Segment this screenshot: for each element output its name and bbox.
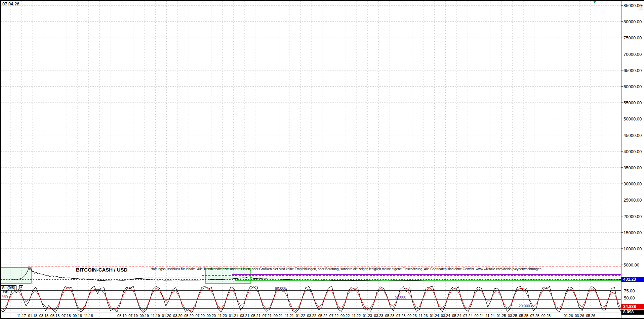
time-axis-label: 03 24 <box>440 314 451 318</box>
time-axis-label: 01 22 <box>295 314 306 318</box>
time-axis-label: 05 18 <box>49 314 61 318</box>
time-axis-label: 05 24 <box>451 314 462 318</box>
time-axis-label: 09 18 <box>72 314 83 318</box>
divider <box>0 0 644 1</box>
time-axis-label: 07 20 <box>194 314 206 318</box>
divider <box>0 0 1 319</box>
time-axis-label: 07 19 <box>127 314 139 318</box>
time-axis-label: 11 24 <box>484 314 496 318</box>
time-axis-label: 05 23 <box>384 314 396 318</box>
time-axis-label: 09 19 <box>138 314 150 318</box>
time-axis-label: 11 20 <box>217 314 228 318</box>
current-price-tag: 431.23 <box>621 277 644 282</box>
time-axis-label: 03 25 <box>507 314 518 318</box>
time-axis-label: 01 18 <box>27 314 38 318</box>
sto-axis-label-75: 75.00 <box>624 288 635 293</box>
sto-level-annotation: 50.000 <box>395 295 406 299</box>
time-axis-label: 01 25 <box>496 314 507 318</box>
time-axis-label: 05 26 <box>585 314 596 318</box>
price-axis-label: 45000.00 <box>623 133 642 138</box>
time-axis-label: 09 20 <box>205 314 217 318</box>
time-axis-label: 07 23 <box>395 314 407 318</box>
sto-k-value-tag: 8.098 <box>621 310 644 315</box>
time-axis-label: 01 23 <box>362 314 373 318</box>
time-axis-label: 07 25 <box>529 314 540 318</box>
time-axis-label: 01 26 <box>563 314 574 318</box>
time-axis-label: 05 20 <box>183 314 195 318</box>
price-axis-label: 15000.00 <box>623 230 642 235</box>
chart-window: 07.04.26 − BITCOIN-CASH / USD Haftungsau… <box>0 0 644 319</box>
price-axis-label: 65000.00 <box>623 68 642 73</box>
price-axis-label: 75000.00 <box>623 35 642 40</box>
price-axis-label: 10000.00 <box>623 246 642 251</box>
disclaimer-text: Haftungsausschluss für Inhalte: Alle Tre… <box>151 267 541 271</box>
sto-k-label: %K <box>3 289 8 293</box>
time-axis-label: 11 18 <box>83 314 94 318</box>
time-axis-label: 03 26 <box>574 314 585 318</box>
price-axis-label: 85000.00 <box>623 3 642 8</box>
time-axis-label: 11 21 <box>284 314 295 318</box>
time-axis-label: 07 22 <box>328 314 340 318</box>
price-axis-label: 35000.00 <box>623 165 642 170</box>
price-axis-label: 60000.00 <box>623 84 642 89</box>
time-axis-label: 11 17 <box>16 314 27 318</box>
time-axis-label: 01 20 <box>161 314 172 318</box>
time-axis-label: 05 19 <box>116 314 128 318</box>
time-axis-label: 11 23 <box>417 314 429 318</box>
time-axis-label: 07 21 <box>261 314 273 318</box>
price-axis-label: 70000.00 <box>623 52 642 57</box>
time-axis-label: 03 23 <box>373 314 384 318</box>
time-axis-label: - <box>596 314 607 318</box>
time-axis-label: 09 22 <box>339 314 351 318</box>
time-axis-label: 01 21 <box>228 314 239 318</box>
add-indicator-button[interactable]: + <box>19 285 23 289</box>
time-axis-label: 03 21 <box>239 314 250 318</box>
price-axis-label: 80000.00 <box>623 19 642 24</box>
chart-title: BITCOIN-CASH / USD <box>76 267 127 273</box>
time-axis-label: 03 22 <box>306 314 317 318</box>
price-axis-label: 5000.00 <box>623 262 639 268</box>
time-axis-label: 05 21 <box>250 314 261 318</box>
price-axis-label: 55000.00 <box>623 100 642 105</box>
time-axis-label: 03 20 <box>172 314 184 318</box>
price-axis-label: 40000.00 <box>623 149 642 154</box>
time-axis-label: 03 18 <box>38 314 49 318</box>
sto-level-annotation: 80.000 <box>275 286 286 290</box>
time-axis-label: 07 18 <box>61 314 72 318</box>
time-axis-label: 11 19 <box>150 314 161 318</box>
price-axis-label: 20000.00 <box>623 214 642 219</box>
sto-d-value-tag: 24.888 <box>621 304 644 309</box>
price-axis-label: 50000.00 <box>623 116 642 121</box>
date-label: 07.04.26 <box>2 1 19 6</box>
price-axis-label: 30000.00 <box>623 181 642 186</box>
time-axis-label: 05 22 <box>317 314 328 318</box>
time-axis-label: 07 24 <box>462 314 474 318</box>
time-axis-label: 09 24 <box>473 314 485 318</box>
time-axis-label: 01 24 <box>429 314 440 318</box>
price-axis-label: 25000.00 <box>623 198 642 203</box>
sto-axis-label-50: 50.00 <box>624 295 635 300</box>
time-axis-label: 09 21 <box>273 314 284 318</box>
time-axis-label: 05 25 <box>518 314 529 318</box>
time-axis-label: 09 23 <box>406 314 418 318</box>
sto-d-label: %D <box>2 295 8 299</box>
time-axis-label: 09 25 <box>540 314 552 318</box>
sto-level-annotation: 20.000 <box>519 304 530 308</box>
time-axis-label: 11 22 <box>351 314 362 318</box>
